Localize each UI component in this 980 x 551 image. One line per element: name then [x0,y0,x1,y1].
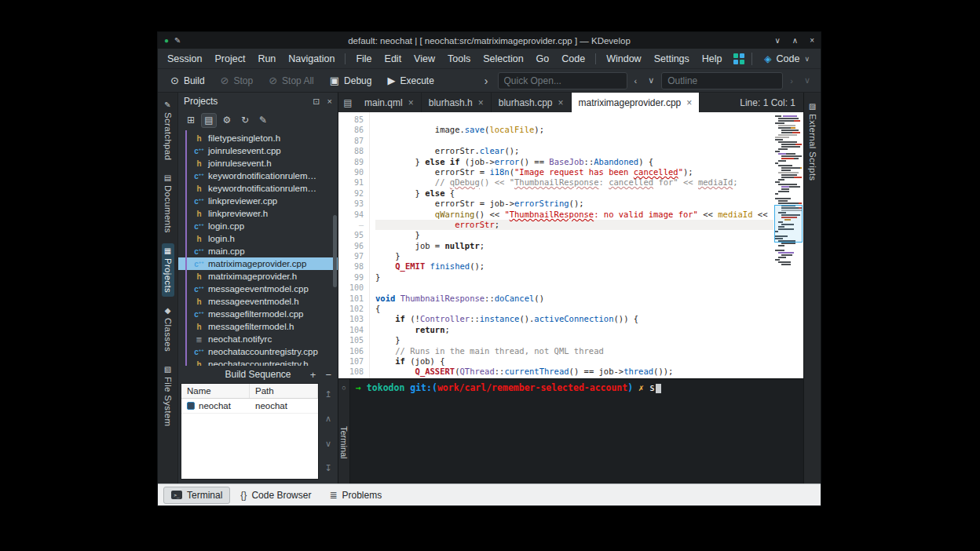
minimap[interactable] [773,112,803,378]
build-sequence-row[interactable]: neochatneochat [181,399,318,414]
area-switcher-button[interactable]: ◈ Code ∨ [759,51,814,67]
tree-item-login-h[interactable]: hlogin.h [178,232,338,245]
document-switcher-icon[interactable]: ▤ [338,93,357,112]
build-item-path: neochat [250,399,318,413]
add-to-build-sequence-button[interactable]: + [310,369,316,381]
tree-item-neochat-notifyrc[interactable]: ≣neochat.notifyrc [178,333,338,345]
code-editor[interactable]: 85868788899091929394–9596979899100101102… [338,112,803,378]
list-view-icon[interactable]: ▤ [201,113,217,128]
editor-tab-main-qml[interactable]: main.qml× [357,93,422,112]
move-top-icon[interactable]: ↥ [324,389,331,400]
terminal-content[interactable]: → tokodon git:(work/carl/remember-select… [350,379,803,483]
tree-item-messageeventmodel-h[interactable]: hmessageeventmodel.h [178,295,338,308]
dock-tab-external-scripts[interactable]: ▨External Scripts [806,99,819,184]
menu-tools[interactable]: Tools [441,50,477,68]
toolbar-overflow-icon[interactable]: › [478,75,495,87]
minimize-button[interactable]: ∨ [775,36,781,45]
editor-tab-bar: ▤ main.qml×blurhash.h×blurhash.cpp×matri… [338,93,803,112]
move-down-icon[interactable]: ∨ [325,439,331,449]
tree-item-matriximageprovider-h[interactable]: hmatriximageprovider.h [178,270,338,283]
menu-project[interactable]: Project [208,50,251,68]
outline-input[interactable] [661,72,783,89]
terminal-icon: >_ [171,491,182,499]
dock-tab-documents[interactable]: ▤Documents [162,170,174,237]
build-button[interactable]: ⊙Build [164,72,211,89]
kdevelop-window: ●✎ default: neochat | [ neochat:src/matr… [157,31,821,506]
menu-run[interactable]: Run [251,50,282,68]
reload-icon[interactable]: ↻ [237,113,253,128]
tree-item-messageeventmodel-cpp[interactable]: c++messageeventmodel.cpp [178,283,338,295]
menu-file[interactable]: File [349,50,378,68]
menu-edit[interactable]: Edit [378,50,408,68]
tree-item-messagefiltermodel-cpp[interactable]: c++messagefiltermodel.cpp [178,308,338,320]
menu-navigation[interactable]: Navigation [282,50,341,68]
tree-item-login-cpp[interactable]: c++login.cpp [178,220,338,232]
problems-toggle-button[interactable]: ≣Problems [321,487,389,504]
add-project-icon[interactable]: ⊞ [183,113,199,128]
dock-tab-projects[interactable]: ▦Projects [162,243,174,297]
code-browser-toggle-button[interactable]: {}Code Browser [232,487,319,504]
menu-help[interactable]: Help [696,50,729,68]
menu-settings[interactable]: Settings [648,50,696,68]
remove-from-build-sequence-button[interactable]: − [325,369,331,381]
menu-go[interactable]: Go [530,50,556,68]
tree-item-main-cpp[interactable]: c++main.cpp [178,245,338,257]
tree-item-label: matriximageprovider.cpp [208,259,306,268]
menu-window[interactable]: Window [600,50,647,68]
tree-scrollbar[interactable] [333,215,337,287]
tree-item-keywordnotificationrulem[interactable]: hkeywordnotificationrulem… [178,182,338,195]
move-up-icon[interactable]: ∧ [325,414,331,424]
close-tab-icon[interactable]: × [408,97,414,108]
main-area: ✎Scratchpad▤Documents▦Projects◆Classes▧F… [158,93,821,483]
quick-open-input[interactable] [498,72,627,89]
toolbar-buttons: ⊙Build⊘Stop⊘Stop All▣Debug▶Execute [164,72,441,89]
quick-open-back-button[interactable]: ‹ [631,75,642,87]
menu-selection[interactable]: Selection [477,50,529,68]
terminal-toggle-button[interactable]: >_Terminal [163,487,230,504]
projects-toolbar: ⊞▤⚙↻✎ [178,110,338,130]
editor-tab-blurhash-cpp[interactable]: blurhash.cpp× [492,93,572,112]
area-grid-icon[interactable] [733,53,744,64]
menu-view[interactable]: View [408,50,441,68]
editor-tab-matriximageprovider-cpp[interactable]: matriximageprovider.cpp× [572,93,700,112]
close-tab-icon[interactable]: × [686,97,692,108]
settings-icon[interactable]: ⚙ [219,113,235,128]
toolbar-button-label: Build [184,75,205,86]
tree-item-filetypesingleton-h[interactable]: hfiletypesingleton.h [178,132,338,144]
code-line: } [375,251,773,261]
minimap-line [775,195,802,197]
tree-item-neochataccountregistry-h[interactable]: hneochataccountregistry.h [178,358,338,366]
tree-item-joinrulesevent-h[interactable]: hjoinrulesevent.h [178,157,338,170]
filter-icon[interactable]: ✎ [255,113,271,128]
code-line: if (!Controller::instance().activeConnec… [375,314,773,324]
float-panel-icon[interactable]: ⊡ [313,97,320,107]
tree-item-joinrulesevent-cpp[interactable]: c++joinrulesevent.cpp [178,144,338,157]
code-text[interactable]: image.save(localFile); errorStr.clear();… [370,112,773,378]
tree-item-neochataccountregistry-cpp[interactable]: c++neochataccountregistry.cpp [178,345,338,358]
minimap-line [775,257,802,258]
menu-session[interactable]: Session [161,50,208,68]
code-line: if (job) { [375,356,773,367]
close-tab-icon[interactable]: × [478,97,484,108]
terminal-vertical-tab[interactable]: Terminal [339,426,349,459]
tree-item-matriximageprovider-cpp[interactable]: c++matriximageprovider.cpp [178,257,338,270]
dock-tab-scratchpad[interactable]: ✎Scratchpad [162,97,174,164]
tree-item-linkpreviewer-cpp[interactable]: c++linkpreviewer.cpp [178,195,338,207]
quick-open-dropdown-icon[interactable]: ∨ [644,74,658,87]
debug-button[interactable]: ▣Debug [324,72,378,89]
tree-item-keywordnotificationrulem[interactable]: c++keywordnotificationrulem… [178,170,338,182]
tree-item-linkpreviewer-h[interactable]: hlinkpreviewer.h [178,207,338,220]
close-button[interactable]: × [810,36,814,45]
close-panel-icon[interactable]: × [327,97,332,107]
editor-tab-blurhash-h[interactable]: blurhash.h× [422,93,492,112]
execute-button[interactable]: ▶Execute [381,72,440,89]
minimap-viewport[interactable] [774,205,803,243]
dock-tab-file-system[interactable]: ▧File System [162,362,174,430]
tree-item-messagefiltermodel-h[interactable]: hmessagefiltermodel.h [178,320,338,333]
close-tab-icon[interactable]: × [558,97,563,108]
dock-tab-classes[interactable]: ◆Classes [162,303,174,356]
menu-code[interactable]: Code [555,50,591,68]
move-bottom-icon[interactable]: ↧ [324,463,331,473]
maximize-button[interactable]: ∧ [792,36,798,45]
h-file-icon: h [194,322,204,332]
